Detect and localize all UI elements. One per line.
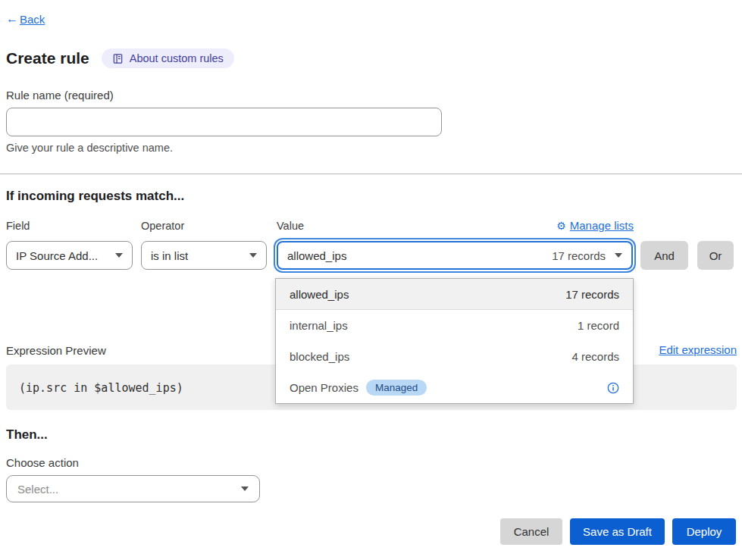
save-as-draft-button[interactable]: Save as Draft: [570, 518, 665, 545]
page-header: Create rule About custom rules: [6, 48, 234, 68]
list-item-records: 4 records: [571, 350, 619, 363]
value-select[interactable]: allowed_ips 17 records: [277, 241, 633, 270]
value-dropdown-menu: allowed_ips 17 records internal_ips 1 re…: [275, 278, 634, 404]
list-item-open-proxies[interactable]: Open Proxies Managed: [276, 372, 633, 403]
operator-column-label: Operator: [141, 220, 184, 232]
managed-badge: Managed: [366, 380, 427, 396]
match-section-heading: If incoming requests match...: [6, 189, 184, 204]
manage-lists-label[interactable]: Manage lists: [570, 219, 634, 232]
value-column-label: Value: [277, 220, 304, 232]
value-select-value: allowed_ips: [287, 249, 346, 262]
list-item-internal-ips[interactable]: internal_ips 1 record: [276, 310, 633, 341]
chevron-down-icon: [615, 253, 622, 258]
book-icon: [112, 53, 124, 64]
page-title: Create rule: [6, 49, 89, 67]
manage-lists-link[interactable]: ⚙ Manage lists: [556, 219, 634, 232]
value-select-records-count: 17 records: [552, 249, 606, 262]
list-item-allowed-ips[interactable]: allowed_ips 17 records: [276, 279, 633, 310]
or-button[interactable]: Or: [697, 241, 734, 270]
list-item-blocked-ips[interactable]: blocked_ips 4 records: [276, 341, 633, 372]
list-item-name: Open Proxies: [290, 381, 358, 394]
expression-code: (ip.src in $allowed_ips): [19, 381, 183, 395]
list-item-name: blocked_ips: [290, 350, 349, 363]
chevron-down-icon: [115, 253, 123, 258]
cancel-button[interactable]: Cancel: [500, 518, 562, 545]
info-icon[interactable]: [607, 382, 619, 394]
about-custom-rules-link[interactable]: About custom rules: [102, 48, 234, 68]
deploy-button[interactable]: Deploy: [672, 518, 736, 545]
edit-expression-link[interactable]: Edit expression: [659, 343, 737, 356]
rule-name-helper-text: Give your rule a descriptive name.: [6, 142, 173, 154]
back-arrow-icon: ←: [6, 12, 18, 26]
operator-select[interactable]: is in list: [141, 241, 267, 270]
gear-icon: ⚙: [556, 220, 566, 232]
operator-select-value: is in list: [151, 249, 188, 262]
chevron-down-icon: [249, 253, 257, 258]
list-item-records: 1 record: [578, 319, 619, 332]
then-section-heading: Then...: [6, 427, 48, 443]
action-select-placeholder: Select...: [17, 483, 58, 496]
and-button[interactable]: And: [640, 241, 688, 270]
action-select[interactable]: Select...: [6, 475, 260, 502]
field-select-value: IP Source Add...: [16, 249, 98, 262]
chevron-down-icon: [241, 486, 249, 491]
back-link[interactable]: ← Back: [6, 12, 45, 26]
rule-name-input[interactable]: [6, 108, 442, 136]
create-rule-page: ← Back Create rule About custom rules Ru…: [0, 0, 742, 560]
rule-name-label: Rule name (required): [6, 89, 114, 102]
field-column-label: Field: [6, 220, 30, 232]
list-item-name: allowed_ips: [290, 288, 349, 301]
back-link-label[interactable]: Back: [20, 13, 45, 26]
field-select[interactable]: IP Source Add...: [6, 241, 133, 270]
list-item-name: internal_ips: [290, 319, 348, 332]
list-item-records: 17 records: [565, 288, 619, 301]
section-divider: [0, 174, 742, 174]
choose-action-label: Choose action: [6, 456, 79, 469]
expression-preview-label: Expression Preview: [6, 344, 106, 357]
about-custom-rules-label: About custom rules: [130, 52, 224, 64]
